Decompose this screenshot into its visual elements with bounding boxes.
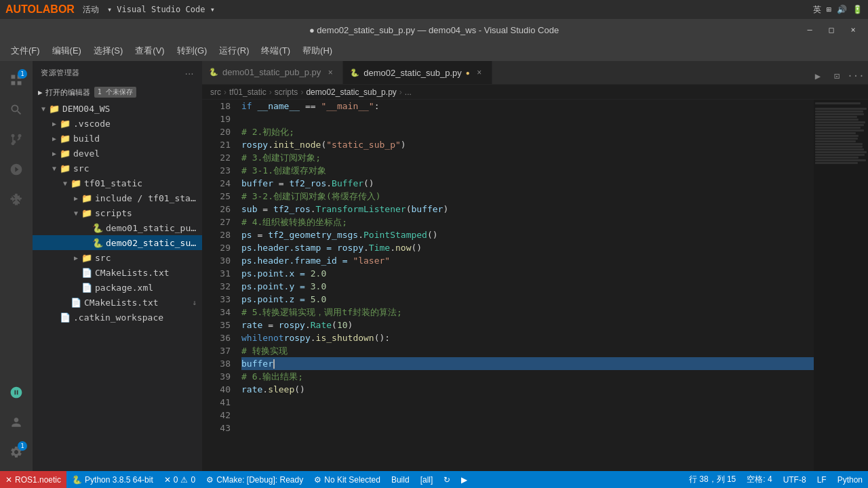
code-token: ps (241, 254, 252, 267)
status-row-col-label: 行 38，列 15 (689, 474, 736, 485)
close-button[interactable]: × (844, 23, 863, 37)
code-line: ps.header.frame_id = "laser" (241, 254, 814, 267)
status-spaces[interactable]: 空格: 4 (741, 471, 777, 488)
tree-item-vscode[interactable]: ▶ 📁 .vscode (33, 116, 202, 131)
activity-run-debug[interactable] (3, 156, 30, 183)
status-play[interactable]: ▶ (456, 471, 473, 488)
code-token: # 4.组织被转换的坐标点; (241, 216, 347, 228)
split-editor-button[interactable]: ⊡ (829, 68, 845, 84)
demo01-label: demo01_static_pub_p.py (106, 223, 197, 233)
tree-item-demo02[interactable]: 🐍 demo02_static_sub_p.py (33, 235, 202, 250)
menu-select[interactable]: 选择(S) (88, 42, 128, 60)
code-line: # 3-2.创建订阅对象(将缓存传入) (241, 190, 814, 203)
activity-source-control[interactable] (3, 126, 30, 153)
tree-item-build[interactable]: ▶ 📁 build (33, 131, 202, 146)
activity-remote[interactable] (3, 379, 30, 406)
tree-item-include[interactable]: ▶ 📁 include / tf01_static (33, 190, 202, 205)
code-token: "laser" (353, 254, 390, 267)
menu-help[interactable]: 帮助(H) (297, 42, 338, 60)
code-line: rate.sleep() (241, 383, 814, 396)
status-row-col[interactable]: 行 38，列 15 (684, 471, 741, 488)
status-no-kit[interactable]: ⚙ No Kit Selected (309, 471, 386, 488)
tree-item-cmake2[interactable]: 📄 CMakeLists.txt ⇓ (33, 295, 202, 310)
code-token: . (305, 319, 311, 331)
language-indicator[interactable]: 英 (813, 4, 821, 16)
status-build[interactable]: Build (386, 471, 415, 488)
activity-explorer[interactable]: 1 (3, 66, 30, 94)
code-line: ps.point.z = 5.0 (241, 293, 814, 306)
tree-item-tf01[interactable]: ▼ 📁 tf01_static (33, 176, 202, 190)
minimap-line (815, 119, 859, 121)
breadcrumb-file[interactable]: demo02_static_sub_p.py (306, 87, 396, 97)
status-error-count: 0 (174, 475, 178, 485)
status-cmake-label: CMake: [Debug]: Ready (216, 475, 303, 485)
tree-item-catkin[interactable]: 📄 .catkin_workspace (33, 310, 202, 325)
package-icon: 📄 (81, 283, 92, 293)
tree-item-src2[interactable]: ▶ 📁 src (33, 250, 202, 265)
root-folder-icon: 📁 (49, 104, 60, 114)
status-encoding[interactable]: UTF-8 (778, 471, 812, 488)
activity-account[interactable] (3, 409, 30, 436)
status-python[interactable]: 🐍 Python 3.8.5 64-bit (66, 471, 159, 488)
sidebar-more-actions[interactable]: ··· (185, 68, 194, 79)
code-token: tf2_ros (273, 203, 311, 216)
code-editor: 1819202122232425262728293031323334353637… (202, 100, 868, 471)
line-number: 24 (202, 177, 231, 190)
breadcrumb-src[interactable]: src (210, 87, 221, 97)
tree-item-demo01[interactable]: 🐍 demo01_static_pub_p.py (33, 220, 202, 235)
open-editors-section[interactable]: ▶ 打开的编辑器 1 个未保存 (33, 85, 202, 100)
code-token: not (268, 331, 283, 344)
status-refresh-icon: ↻ (443, 475, 450, 485)
app-dropdown[interactable]: ▾ Visual Studio Code ▾ (107, 5, 215, 14)
minimap-line (815, 116, 857, 118)
status-refresh[interactable]: ↻ (438, 471, 456, 488)
minimize-button[interactable]: — (800, 23, 819, 37)
activity-extensions[interactable] (3, 186, 30, 213)
tab-demo01[interactable]: 🐍 demo01_static_pub_p.py × (202, 61, 343, 84)
src-arrow: ▼ (49, 165, 60, 172)
code-token: __name__ (252, 100, 300, 113)
menu-file[interactable]: 文件(F) (5, 42, 45, 60)
minimap-line (815, 154, 865, 156)
activity-settings[interactable]: 1 (3, 439, 30, 466)
more-actions-button[interactable]: ··· (848, 68, 864, 84)
editor-area: 🐍 demo01_static_pub_p.py × 🐍 demo02_stat… (202, 61, 868, 471)
run-button[interactable]: ▶ (810, 68, 826, 84)
status-language[interactable]: Python (832, 471, 868, 488)
maximize-button[interactable]: □ (822, 23, 841, 37)
minimap (814, 100, 868, 471)
system-bar-left: AUTOLABOR 活动 ▾ Visual Studio Code ▾ (5, 3, 215, 16)
code-content[interactable]: if __name__ == "__main__": # 2.初始化; rosp… (236, 100, 814, 471)
menu-edit[interactable]: 编辑(E) (47, 42, 87, 60)
menu-goto[interactable]: 转到(G) (172, 42, 213, 60)
menu-terminal[interactable]: 终端(T) (256, 42, 296, 60)
tab-demo01-close[interactable]: × (325, 67, 336, 78)
breadcrumb: src › tf01_static › scripts › demo02_sta… (202, 85, 868, 100)
tab-demo02-label: demo02_static_sub_p.py (363, 68, 462, 78)
menu-view[interactable]: 查看(V) (130, 42, 170, 60)
line-number: 32 (202, 280, 231, 293)
menu-run[interactable]: 运行(R) (214, 42, 254, 60)
sidebar: 资源管理器 ··· ▶ 打开的编辑器 1 个未保存 ▼ 📁 DEMO04_WS … (33, 61, 202, 471)
code-token: rate (241, 319, 262, 331)
status-errors[interactable]: ✕ 0 ⚠ 0 (159, 471, 201, 488)
status-all[interactable]: [all] (415, 471, 439, 488)
tree-item-root[interactable]: ▼ 📁 DEMO04_WS (33, 101, 202, 116)
activity-search[interactable] (3, 96, 30, 123)
status-cmake[interactable]: ⚙ CMake: [Debug]: Ready (201, 471, 309, 488)
status-line-ending[interactable]: LF (812, 471, 832, 488)
tab-demo02[interactable]: 🐍 demo02_static_sub_p.py ● × (343, 61, 492, 84)
breadcrumb-scripts[interactable]: scripts (275, 87, 298, 97)
tree-item-scripts[interactable]: ▼ 📁 scripts (33, 205, 202, 220)
code-token: () (411, 241, 422, 254)
status-ros[interactable]: ✕ ROS1.noetic (0, 471, 66, 488)
breadcrumb-tf01[interactable]: tf01_static (229, 87, 267, 97)
tree-item-devel[interactable]: ▶ 📁 devel (33, 146, 202, 161)
tree-item-package[interactable]: 📄 package.xml (33, 280, 202, 295)
minimap-line (815, 121, 865, 123)
tree-item-src[interactable]: ▼ 📁 src (33, 161, 202, 176)
tab-demo02-close[interactable]: × (474, 67, 485, 78)
breadcrumb-symbol[interactable]: ... (405, 87, 412, 97)
tree-item-cmake1[interactable]: 📄 CMakeLists.txt (33, 265, 202, 280)
minimap-line (815, 157, 859, 159)
